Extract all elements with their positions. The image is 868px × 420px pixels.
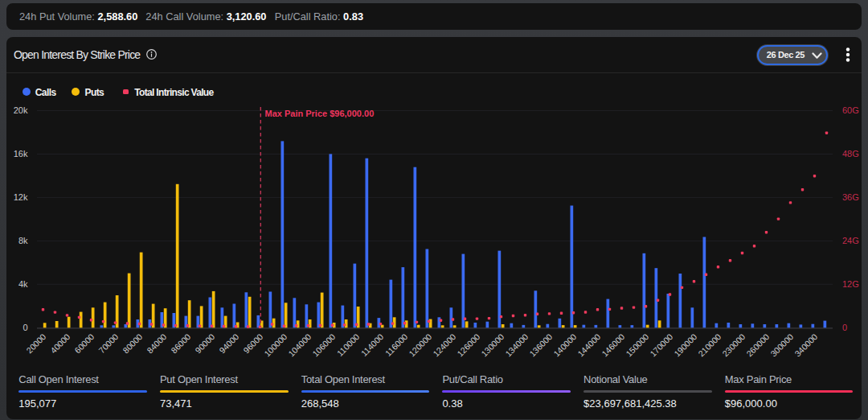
svg-text:0: 0 bbox=[842, 323, 847, 332]
svg-text:116000: 116000 bbox=[383, 331, 410, 358]
svg-text:190000: 190000 bbox=[672, 331, 698, 358]
svg-text:124000: 124000 bbox=[431, 331, 457, 358]
svg-text:110000: 110000 bbox=[335, 331, 362, 358]
svg-text:20k: 20k bbox=[14, 105, 28, 115]
svg-text:146000: 146000 bbox=[600, 331, 626, 358]
svg-text:48G: 48G bbox=[842, 149, 859, 159]
svg-text:86000: 86000 bbox=[169, 331, 192, 355]
svg-text:136000: 136000 bbox=[527, 331, 554, 358]
svg-text:Max Pain Price $96,000.00: Max Pain Price $96,000.00 bbox=[265, 109, 375, 118]
svg-text:80000: 80000 bbox=[121, 331, 144, 355]
svg-text:114000: 114000 bbox=[359, 331, 386, 358]
svg-text:36G: 36G bbox=[842, 192, 859, 202]
svg-text:130000: 130000 bbox=[479, 331, 506, 358]
svg-text:24G: 24G bbox=[842, 236, 859, 245]
svg-text:106000: 106000 bbox=[310, 331, 337, 358]
svg-text:104000: 104000 bbox=[286, 331, 313, 358]
svg-text:16k: 16k bbox=[14, 149, 28, 159]
svg-text:230000: 230000 bbox=[720, 331, 747, 358]
svg-text:150000: 150000 bbox=[624, 331, 650, 358]
svg-text:90000: 90000 bbox=[193, 331, 216, 355]
svg-text:170000: 170000 bbox=[648, 331, 674, 358]
svg-text:8k: 8k bbox=[18, 236, 28, 245]
svg-text:0: 0 bbox=[23, 323, 27, 332]
svg-text:300000: 300000 bbox=[768, 331, 795, 358]
svg-text:20000: 20000 bbox=[24, 331, 47, 355]
svg-text:144000: 144000 bbox=[575, 331, 602, 358]
svg-text:134000: 134000 bbox=[503, 331, 530, 358]
svg-text:12k: 12k bbox=[14, 192, 28, 202]
svg-text:60000: 60000 bbox=[72, 331, 96, 355]
svg-text:40000: 40000 bbox=[48, 331, 72, 355]
svg-text:4k: 4k bbox=[18, 279, 28, 289]
svg-text:70000: 70000 bbox=[96, 331, 120, 355]
svg-text:120000: 120000 bbox=[407, 331, 433, 358]
svg-text:260000: 260000 bbox=[744, 331, 771, 358]
svg-text:100000: 100000 bbox=[262, 331, 289, 358]
svg-text:60G: 60G bbox=[842, 105, 859, 115]
svg-text:12G: 12G bbox=[842, 279, 859, 289]
svg-text:126000: 126000 bbox=[455, 331, 481, 358]
svg-text:140000: 140000 bbox=[551, 331, 578, 358]
svg-text:84000: 84000 bbox=[145, 331, 168, 355]
svg-text:210000: 210000 bbox=[696, 331, 723, 358]
svg-text:340000: 340000 bbox=[792, 331, 819, 358]
svg-text:94000: 94000 bbox=[217, 331, 240, 355]
